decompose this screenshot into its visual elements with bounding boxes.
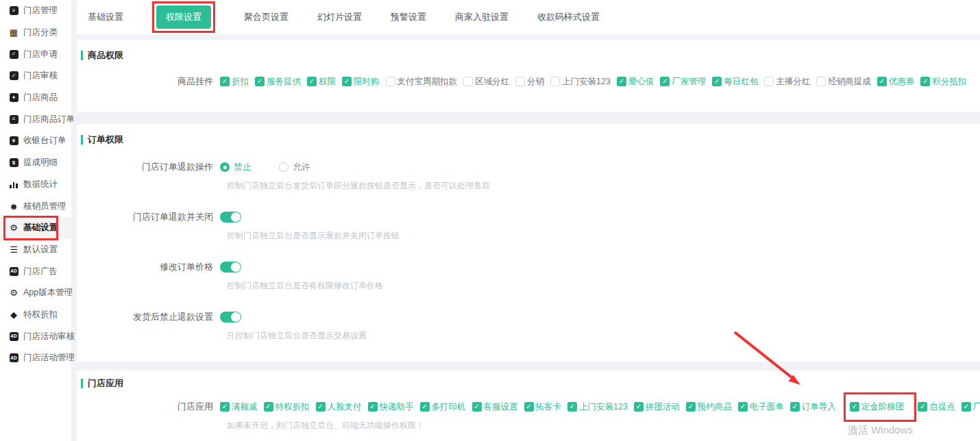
sidebar-item-store-goods-orders[interactable]: ≡门店商品订单	[0, 108, 71, 130]
sidebar-item-store-goods[interactable]: ✦门店商品	[0, 87, 71, 109]
annotation-box-checkbox: ✓定金阶梯团	[844, 392, 917, 422]
form-row-line: 发货后禁止退款设置	[81, 311, 980, 323]
discount-tag-icon: ◆	[10, 310, 17, 319]
checkbox-box-icon: ✓	[255, 77, 265, 86]
radio-option[interactable]: 禁止	[220, 161, 252, 173]
checkbox-option[interactable]: ✓电子面单	[738, 401, 784, 413]
checkbox-label: 支付宝周期扣款	[397, 76, 458, 88]
checkbox-option[interactable]: ✓每日红包	[712, 76, 758, 88]
row-control	[220, 262, 241, 273]
toggle-switch[interactable]	[220, 312, 241, 323]
checkbox-option[interactable]: ✓厂家管理	[660, 76, 706, 88]
receipt-icon: ¥	[10, 136, 19, 145]
sidebar-item-store-activity-review[interactable]: AD门店活动审核	[0, 325, 71, 347]
tab-merchant-entry-settings[interactable]: 商家入驻设置	[455, 11, 509, 23]
checkbox-label: 折扣	[232, 76, 249, 88]
checkbox-option[interactable]: ✓定金阶梯团	[850, 401, 905, 413]
tab-slideshow-settings[interactable]: 幻灯片设置	[317, 11, 362, 23]
checkbox-option[interactable]: ✓折扣	[220, 76, 249, 88]
checkbox-option[interactable]: ✓满额减	[220, 401, 258, 413]
gear-icon: ⚙	[10, 223, 18, 232]
checkbox-option[interactable]: ✓权限	[307, 76, 336, 88]
row-control	[220, 212, 241, 223]
checkbox-option[interactable]: ✓上门安装123	[567, 401, 628, 413]
sidebar-item-store-management[interactable]: ≡门店管理	[0, 0, 71, 22]
row-help-text: 控制门店独立后台发货后订单部分退款按钮是否显示，是否可以处理售后	[227, 180, 980, 192]
sidebar-item-data-statistics[interactable]: 数据统计	[0, 174, 71, 196]
sidebar-item-label: 门店审核	[23, 70, 58, 81]
checkbox-option[interactable]: ✓拼团活动	[634, 401, 680, 413]
row-help-text: 控制门店独立后台是否显示退款并关闭订单按钮	[227, 230, 980, 242]
annotation-box-tab: 权限设置	[152, 1, 215, 33]
checkbox-option[interactable]: ✓厂家管理	[961, 401, 980, 413]
checkbox-option[interactable]: ✓自提点	[918, 401, 955, 413]
bag-lock-icon: ✦	[10, 93, 19, 102]
tab-aggregate-page-settings[interactable]: 聚合页设置	[244, 11, 289, 23]
sidebar-item-default-settings[interactable]: ☰默认设置	[0, 239, 71, 261]
checkbox-box-icon: ✓	[307, 77, 317, 86]
checkbox-box-icon	[816, 77, 826, 86]
radio-option[interactable]: 允许	[279, 161, 310, 173]
checkbox-option[interactable]: ✓拓客卡	[524, 401, 562, 413]
checkbox-option[interactable]: 支付宝周期扣款	[386, 76, 458, 88]
sidebar-item-store-activity-management[interactable]: AD门店活动管理	[0, 347, 71, 369]
row-help-text: 如果未开启，则门店独立后台、前端无功能操作权限！	[227, 420, 980, 431]
category-grid-icon: ▦	[10, 28, 18, 37]
checkbox-option[interactable]: 主播分红	[764, 76, 810, 88]
sidebar-item-label: 基础设置	[23, 222, 58, 234]
tab-basic-settings[interactable]: 基础设置	[88, 11, 123, 23]
checkbox-box-icon: ✓	[220, 402, 230, 412]
sidebar-item-label: 门店商品	[23, 92, 58, 103]
sidebar-item-cashier-orders[interactable]: ¥收银台订单	[0, 130, 71, 152]
checkbox-box-icon: ✓	[712, 77, 722, 86]
checkbox-box-icon: ✓	[264, 402, 273, 412]
sidebar-item-store-category[interactable]: ▦门店分类	[0, 22, 71, 44]
checkbox-option[interactable]: ✓服务提供	[255, 76, 301, 88]
checkbox-label: 自提点	[929, 401, 955, 413]
sidebar-item-store-review[interactable]: ✓门店审核	[0, 65, 71, 87]
sidebar-item-label: 提成明细	[23, 157, 58, 168]
checkbox-option[interactable]: ✓多打印机	[420, 401, 466, 413]
tab-payment-code-style-settings[interactable]: 收款码样式设置	[537, 11, 600, 23]
checkbox-option[interactable]: 区域分红	[463, 76, 509, 88]
checkbox-option[interactable]: ✓特权折扣	[264, 401, 310, 413]
checkbox-option[interactable]: ✓预约商品	[686, 401, 732, 413]
toggle-switch[interactable]	[220, 212, 241, 223]
checkbox-label: 人脸支付	[328, 401, 362, 413]
bar-chart-icon	[9, 181, 19, 188]
tab-warning-settings[interactable]: 预警设置	[391, 11, 426, 23]
checkbox-option[interactable]: ✓积分抵扣	[920, 76, 966, 88]
checkbox-option[interactable]: 分销	[515, 76, 544, 88]
sidebar-item-verifier-management[interactable]: ☻核销员管理	[0, 195, 71, 217]
checkbox-box-icon	[386, 77, 395, 86]
radio-label: 允许	[293, 161, 310, 173]
sidebar-item-app-version-management[interactable]: ⚙App版本管理	[0, 282, 71, 304]
section-title: 门店应用	[81, 377, 980, 390]
checkbox-option[interactable]: 经销商提成	[816, 76, 871, 88]
checkbox-option[interactable]: ✓订单导入	[790, 401, 836, 413]
folder-check-icon: ✓	[10, 50, 19, 59]
tab-permission-settings[interactable]: 权限设置	[156, 5, 211, 29]
checkbox-option[interactable]: ✓限时购	[342, 76, 380, 88]
checkbox-option[interactable]: ✓人脸支付	[316, 401, 362, 413]
checkbox-option[interactable]: ✓优惠券	[877, 76, 915, 88]
checkbox-option[interactable]: ✓爱心值	[617, 76, 654, 88]
sidebar-item-commission-details[interactable]: $提成明细	[0, 152, 71, 174]
sidebar-item-store-ads[interactable]: AD门店广告	[0, 260, 71, 282]
checkbox-label: 区域分红	[475, 76, 509, 88]
person-icon: ☻	[9, 202, 19, 211]
checkbox-option[interactable]: 上门安装123	[550, 76, 611, 88]
sidebar-item-label: 门店活动审核	[23, 331, 75, 342]
bar-chart-icon	[10, 181, 17, 188]
form-row-line: 门店应用✓满额减✓特权折扣✓人脸支付✓快递助手✓多打印机✓客服设置✓拓客卡✓上门…	[81, 401, 980, 413]
checkbox-option[interactable]: ✓客服设置	[472, 401, 518, 413]
sidebar-item-store-application[interactable]: ✓门店申请	[0, 43, 71, 65]
checkbox-option[interactable]: ✓快递助手	[368, 401, 414, 413]
checkbox-label: 每日红包	[724, 76, 758, 88]
toggle-switch[interactable]	[220, 262, 241, 273]
sidebar-item-privilege-discount[interactable]: ◆特权折扣	[0, 304, 71, 326]
checkbox-label: 预约商品	[698, 401, 732, 413]
main-content: 基础设置权限设置聚合页设置幻灯片设置预警设置商家入驻设置收款码样式设置 商品权限…	[77, 0, 980, 441]
sidebar-item-basic-settings[interactable]: ⚙基础设置	[0, 217, 71, 239]
checkbox-label: 电子面单	[750, 401, 784, 413]
